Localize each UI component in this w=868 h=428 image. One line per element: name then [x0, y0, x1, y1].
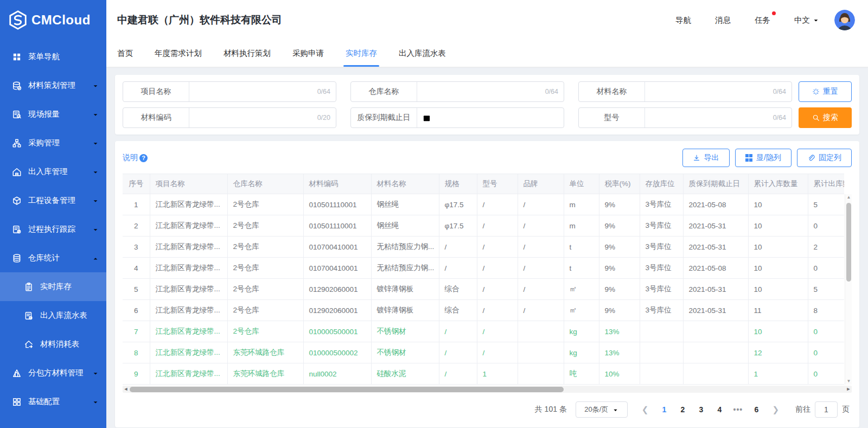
- sidebar-item-7[interactable]: 仓库统计: [0, 244, 106, 272]
- horizontal-scroll-thumb[interactable]: [130, 387, 564, 392]
- table-cell: 2021-05-08: [683, 194, 748, 215]
- table-cell: [640, 342, 683, 363]
- user-avatar[interactable]: [834, 10, 855, 30]
- scroll-left-icon[interactable]: ◄: [123, 386, 129, 393]
- sidebar-item-label: 仓库统计: [28, 253, 92, 263]
- table-buttons: 导出显/隐列固定列: [682, 149, 852, 167]
- tab-3[interactable]: 采购申请: [292, 40, 324, 67]
- inventory-table: 序号项目名称仓库名称材料编码材料名称规格型号品牌单位税率(%)存放库位质保到期截…: [123, 174, 844, 385]
- sidebar-item-9[interactable]: 出入库流水表: [0, 301, 106, 330]
- scroll-down-icon[interactable]: ▼: [845, 378, 852, 385]
- sidebar-item-6[interactable]: 过程执行跟踪: [0, 215, 106, 244]
- sidebar-item-10[interactable]: 材料消耗表: [0, 330, 106, 359]
- topnav-label: 消息: [715, 15, 731, 25]
- column-header: 累计出库数量: [808, 174, 844, 194]
- table-cell: 江北新区青龙绿带...: [150, 215, 227, 237]
- vertical-scroll-thumb[interactable]: [846, 203, 851, 282]
- table-cell: 7: [123, 321, 150, 342]
- reset-button[interactable]: 重置: [799, 81, 852, 102]
- page-number-2[interactable]: 2: [675, 405, 690, 414]
- table-cell: 1: [748, 363, 808, 385]
- sidebar-item-4[interactable]: 出入库管理: [0, 157, 106, 186]
- scroll-up-icon[interactable]: ▲: [845, 194, 852, 201]
- search-field-5: 型号0/64: [578, 107, 792, 128]
- date-input[interactable]: [434, 113, 558, 122]
- table-cell: 010501110001: [303, 215, 371, 237]
- table-cell: /: [477, 258, 518, 279]
- table-cell: 9%: [599, 258, 640, 279]
- search-field-1: 仓库名称0/64: [350, 81, 564, 102]
- page-number-1[interactable]: 1: [657, 405, 671, 414]
- page-number-3[interactable]: 3: [694, 405, 708, 414]
- topnav-item-2[interactable]: 任务: [755, 15, 770, 25]
- table-cell: 010501110001: [303, 194, 371, 215]
- toolbar-button-1[interactable]: 显/隐列: [735, 149, 792, 167]
- toolbar-button-2[interactable]: 固定列: [797, 149, 852, 167]
- table-cell: t: [564, 237, 599, 258]
- sidebar-item-3[interactable]: 采购管理: [0, 129, 106, 157]
- topnav-item-1[interactable]: 消息: [715, 15, 731, 25]
- total-count: 共 101 条: [535, 405, 567, 414]
- next-page-icon[interactable]: ❯: [768, 405, 783, 414]
- sidebar-item-0[interactable]: 菜单导航: [0, 42, 106, 71]
- text-input[interactable]: [195, 113, 314, 122]
- table-cell: /: [518, 279, 564, 300]
- clipboard-icon: [24, 282, 34, 292]
- table-cell: 无粘结预应力钢...: [371, 237, 439, 258]
- sidebar-item-2[interactable]: 现场报量: [0, 100, 106, 129]
- table-cell: 0: [808, 215, 844, 237]
- page-size-select[interactable]: 20条/页: [576, 401, 628, 418]
- scroll-right-icon[interactable]: ►: [845, 386, 852, 393]
- page-unit-label: 页: [842, 405, 850, 414]
- page-ellipsis[interactable]: •••: [731, 405, 745, 414]
- text-input[interactable]: [650, 113, 770, 122]
- consume-sheet-icon: [24, 340, 34, 349]
- goto-page-input[interactable]: [815, 401, 838, 418]
- table-cell: 6: [123, 300, 150, 321]
- sidebar-item-label: 出入库流水表: [40, 310, 99, 321]
- topnav-item-3[interactable]: 中文: [794, 15, 819, 25]
- chevron-down-icon: [92, 370, 99, 376]
- table-cell: 2: [123, 215, 150, 237]
- sidebar-item-11[interactable]: 分包方材料管理: [0, 359, 106, 387]
- sidebar-item-12[interactable]: 基础配置: [0, 387, 106, 416]
- prev-page-icon[interactable]: ❮: [637, 405, 653, 414]
- search-button[interactable]: 搜索: [799, 107, 852, 128]
- tab-1[interactable]: 年度需求计划: [155, 40, 202, 67]
- tab-2[interactable]: 材料执行策划: [224, 40, 271, 67]
- flow-sheet-icon: [24, 311, 34, 321]
- equipment-icon: [12, 196, 22, 206]
- toolbar-button-label: 导出: [704, 153, 719, 163]
- topnav-item-0[interactable]: 导航: [675, 15, 691, 25]
- table-cell: 江北新区青龙绿带...: [150, 321, 227, 342]
- warehouse-io-icon: [12, 167, 22, 177]
- explain-link[interactable]: 说明 ?: [123, 153, 148, 163]
- search-field-4: 质保到期截止日: [350, 107, 564, 128]
- reset-sparkle-icon: [812, 88, 820, 95]
- vertical-scrollbar[interactable]: ▲ ▼: [845, 194, 852, 385]
- sidebar-item-5[interactable]: 工程设备管理: [0, 186, 106, 215]
- page-number-4[interactable]: 4: [712, 405, 726, 414]
- tab-4[interactable]: 实时库存: [346, 40, 377, 67]
- page-number-6[interactable]: 6: [749, 405, 763, 414]
- tab-bar: 首页年度需求计划材料执行策划采购申请实时库存出入库流水表: [106, 40, 868, 67]
- tab-0[interactable]: 首页: [117, 40, 133, 67]
- char-counter: 0/64: [317, 88, 330, 95]
- tab-5[interactable]: 出入库流水表: [399, 40, 446, 67]
- chevron-down-icon: [92, 169, 99, 175]
- sidebar-item-1[interactable]: 材料策划管理: [0, 71, 106, 100]
- table-cell: 0: [808, 321, 844, 342]
- sidebar-item-label: 基础配置: [28, 397, 92, 407]
- field-label: 项目名称: [123, 82, 189, 101]
- text-input[interactable]: [195, 87, 314, 96]
- table-cell: 江北新区青龙绿带...: [150, 258, 227, 279]
- toolbar-button-0[interactable]: 导出: [682, 149, 730, 167]
- table-cell: 2号仓库: [227, 237, 303, 258]
- table-cell: 012902060001: [303, 279, 371, 300]
- sidebar-item-8[interactable]: 实时库存: [0, 272, 106, 301]
- table-cell: 8: [808, 300, 844, 321]
- table-toolbar: 说明 ? 导出显/隐列固定列: [123, 149, 852, 167]
- horizontal-scrollbar[interactable]: ◄ ►: [123, 386, 852, 393]
- text-input[interactable]: [650, 87, 770, 96]
- text-input[interactable]: [423, 87, 542, 96]
